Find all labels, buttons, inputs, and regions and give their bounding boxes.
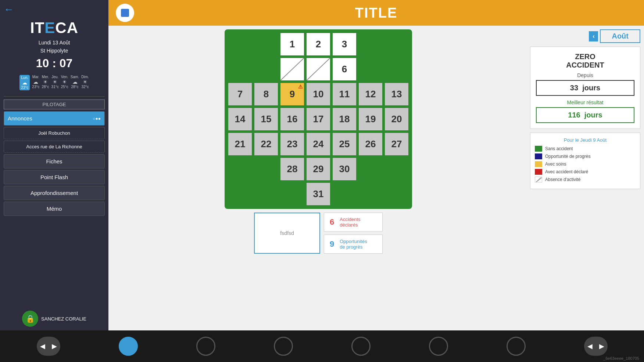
legend-label-accident: Avec accident déclaré: [545, 169, 588, 174]
cal-day-22[interactable]: 22: [254, 132, 279, 156]
accidents-box: 6 Accidentsdéclarés: [324, 213, 383, 232]
legend-label-absence: Absence d'activité: [545, 177, 580, 182]
alert-icon: ⚠: [298, 84, 303, 90]
weather-mon-temp: 23°c: [21, 86, 28, 90]
legend-swatch-diag: [535, 177, 542, 182]
legend-swatch-green: [535, 146, 542, 152]
cal-day-30[interactable]: 30: [332, 157, 357, 181]
legend-date: Pour le Jeudi 9 Août: [535, 137, 636, 143]
cal-row-1: 1 2 3: [228, 32, 409, 56]
stop-button[interactable]: [116, 4, 134, 22]
weather-sat: Sam. ☁ 28°c: [71, 75, 79, 90]
svg-line-2: [535, 177, 542, 182]
cal-row-5: 21 22 23 24 25 26 27: [228, 132, 409, 156]
accidents-label: Accidentsdéclarés: [340, 217, 360, 228]
cal-day-9[interactable]: ⚠ 9: [280, 82, 305, 106]
sidebar-memo[interactable]: Mémo: [4, 202, 105, 216]
za-current: 33 jours: [536, 80, 634, 96]
cal-day-28[interactable]: 28: [280, 157, 305, 181]
cal-day-31[interactable]: 31: [306, 182, 331, 206]
pilotage-label: PILOTAGE: [4, 99, 105, 109]
sidebar-fiches[interactable]: Fiches: [4, 154, 105, 169]
cal-day-2[interactable]: 2: [306, 32, 331, 56]
weather-sun: Dim. ☀ 32°c: [81, 75, 89, 90]
cal-day-21[interactable]: 21: [228, 132, 253, 156]
weather-mon: Lun. ☁ 23°c: [19, 75, 30, 90]
cal-day-20[interactable]: 20: [384, 107, 409, 131]
user-name: SANCHEZ CORALIE: [41, 316, 86, 322]
nav-dot-4[interactable]: [351, 337, 371, 356]
cal-day-13[interactable]: 13: [384, 82, 409, 106]
legend-avec-accident: Avec accident déclaré: [535, 169, 636, 175]
weather-row: Lun. ☁ 23°c Mar. ☁ 23°c Mer. ☀ 28°c Jeu.…: [19, 75, 89, 90]
cal-day-12[interactable]: 12: [358, 82, 383, 106]
nav-dot-5[interactable]: [429, 337, 448, 356]
info-boxes: fsdfsd 6 Accidentsdéclarés 9 Opportunité…: [254, 213, 383, 254]
back-button[interactable]: ←: [4, 4, 14, 15]
weather-tue: Mar. ☁ 23°c: [32, 75, 39, 90]
cal-day-29[interactable]: 29: [306, 157, 331, 181]
cal-day-23[interactable]: 23: [280, 132, 305, 156]
date-line2: St Hippolyte: [40, 48, 68, 54]
cal-day-3[interactable]: 3: [332, 32, 357, 56]
weather-thu: Jeu. ☀ 31°c: [51, 75, 59, 90]
nav-dot-3[interactable]: [274, 337, 293, 356]
annonces-label: Annonces: [8, 115, 32, 122]
content-inner: 1 2 3: [108, 26, 644, 330]
cal-day-4[interactable]: [280, 57, 305, 81]
nav-dot-2[interactable]: [196, 337, 215, 356]
sidebar: ← ITECA Lundi 13 Août St Hippolyte 10 : …: [0, 0, 108, 330]
legend-swatch-red: [535, 169, 542, 175]
nav-prev-right[interactable]: ▶: [49, 337, 60, 356]
nav-next-arrows[interactable]: ◀ ▶: [584, 337, 608, 356]
cal-day-26[interactable]: 26: [358, 132, 383, 156]
za-days-num: 33: [570, 84, 578, 92]
cal-day-15[interactable]: 15: [254, 107, 279, 131]
za-best: 116 jours: [536, 107, 634, 123]
cal-day-5[interactable]: [306, 57, 331, 81]
user-bar: 🔒 SANCHEZ CORALIE: [22, 311, 86, 327]
nav-next-right[interactable]: ▶: [596, 337, 608, 356]
text-box[interactable]: fsdfsd: [254, 213, 320, 254]
cal-day-27[interactable]: 27: [384, 132, 409, 156]
sidebar-acces[interactable]: Acces rue de La Richonne: [4, 141, 105, 153]
nav-prev-left[interactable]: ◀: [37, 337, 49, 356]
zero-accident-box: ZEROACCIDENT Depuis 33 jours Meilleur ré…: [530, 47, 640, 129]
legend-absence: Absence d'activité: [535, 177, 636, 182]
nav-prev-arrows[interactable]: ◀ ▶: [37, 337, 60, 356]
cal-row-4: 14 15 16 17 18 19 20: [228, 107, 409, 131]
cal-day-11[interactable]: 11: [332, 82, 357, 106]
legend-label-sans: Sans accident: [545, 146, 573, 151]
sidebar-approfondissement[interactable]: Approfondissement: [4, 186, 105, 200]
cal-day-24[interactable]: 24: [306, 132, 331, 156]
cal-day-8[interactable]: 8: [254, 82, 279, 106]
calendar-section: 1 2 3: [112, 29, 525, 327]
stop-icon: [121, 9, 129, 17]
opportunities-label: Opportunitésde progrès: [340, 239, 367, 250]
sidebar-joel[interactable]: Joël Robuchon: [4, 127, 105, 139]
cal-day-6[interactable]: 6: [332, 57, 357, 81]
nav-next-left[interactable]: ◀: [584, 337, 596, 356]
sidebar-point-flash[interactable]: Point Flash: [4, 170, 105, 184]
legend-swatch-gold: [535, 161, 542, 167]
legend-box: Pour le Jeudi 9 Août Sans accident Oppor…: [530, 133, 640, 189]
za-meilleur-label: Meilleur résultat: [536, 99, 634, 105]
prev-month-button[interactable]: ‹: [589, 31, 598, 41]
cal-day-25[interactable]: 25: [332, 132, 357, 156]
cal-day-14[interactable]: 14: [228, 107, 253, 131]
legend-label-soins: Avec soins: [545, 162, 566, 167]
cal-day-18[interactable]: 18: [332, 107, 357, 131]
version-text: _6e63eeee_180705: [601, 355, 641, 361]
za-title: ZEROACCIDENT: [536, 53, 634, 69]
cal-day-1[interactable]: 1: [280, 32, 305, 56]
sidebar-annonces[interactable]: Annonces ○●●: [4, 111, 105, 126]
cal-day-17[interactable]: 17: [306, 107, 331, 131]
cal-day-10[interactable]: 10: [306, 82, 331, 106]
nav-dot-6[interactable]: [507, 337, 526, 356]
legend-swatch-navy: [535, 153, 542, 159]
za-best-num: 116: [568, 111, 580, 119]
nav-dot-1[interactable]: [119, 337, 138, 356]
cal-day-19[interactable]: 19: [358, 107, 383, 131]
cal-day-7[interactable]: 7: [228, 82, 253, 106]
cal-day-16[interactable]: 16: [280, 107, 305, 131]
